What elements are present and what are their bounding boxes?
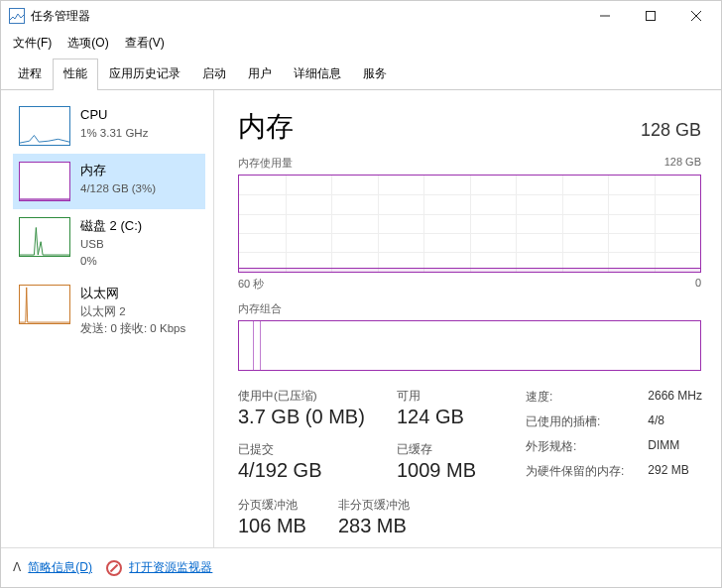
stat-label: 可用 [397,389,526,404]
sidebar-item-ethernet[interactable]: 以太网 以太网 2 发送: 0 接收: 0 Kbps [13,277,205,344]
resmon-icon [106,560,122,576]
tab-details[interactable]: 详细信息 [283,59,352,90]
fewer-details-link[interactable]: ᐱ 简略信息(D) [13,559,92,576]
chevron-up-icon: ᐱ [13,560,21,574]
usage-max: 128 GB [664,156,701,171]
sidebar-sub: 4/128 GB (3%) [80,180,156,197]
svg-rect-2 [647,12,656,21]
kv-label: 为硬件保留的内存: [526,463,626,482]
stat-value: 124 GB [397,406,526,428]
app-icon [9,8,25,24]
kv-label: 外形规格: [526,438,626,457]
disk-thumb [19,217,70,257]
sidebar-sub: 发送: 0 接收: 0 Kbps [80,320,185,337]
maximize-button[interactable] [628,1,673,31]
page-title: 内存 [238,108,294,146]
usage-label: 内存使用量 [238,156,293,171]
tabs: 进程 性能 应用历史记录 启动 用户 详细信息 服务 [1,58,721,90]
composition-label: 内存组合 [238,301,701,316]
kv-label: 速度: [526,389,626,408]
sidebar: CPU 1% 3.31 GHz 内存 4/128 GB (3%) 磁盘 2 (C… [1,90,214,547]
open-resmon-link[interactable]: 打开资源监视器 [106,559,212,576]
sidebar-sub: USB [80,236,142,253]
sidebar-label: 以太网 [80,285,185,303]
minimize-button[interactable] [582,1,628,31]
menu-options[interactable]: 选项(O) [61,33,114,54]
window-title: 任务管理器 [31,8,90,25]
memory-composition-graph [238,320,701,371]
content: CPU 1% 3.31 GHz 内存 4/128 GB (3%) 磁盘 2 (C… [1,90,721,547]
tab-performance[interactable]: 性能 [53,59,98,90]
footer: ᐱ 简略信息(D) 打开资源监视器 [1,547,721,587]
menubar: 文件(F) 选项(O) 查看(V) [1,31,721,58]
kv-value: 4/8 [648,413,704,432]
sidebar-item-memory[interactable]: 内存 4/128 GB (3%) [13,154,205,209]
sidebar-label: 内存 [80,162,156,180]
stat-label: 使用中(已压缩) [238,389,397,404]
memory-usage-graph [238,175,701,273]
kv-label: 已使用的插槽: [526,413,626,432]
stat-value: 1009 MB [397,459,526,482]
sidebar-item-disk[interactable]: 磁盘 2 (C:) USB 0% [13,209,205,277]
sidebar-label: 磁盘 2 (C:) [80,217,142,236]
sidebar-sub: 0% [80,253,142,270]
menu-file[interactable]: 文件(F) [7,33,58,54]
sidebar-item-cpu[interactable]: CPU 1% 3.31 GHz [13,98,205,154]
sidebar-label: CPU [80,106,148,125]
titlebar: 任务管理器 [1,1,721,31]
stat-value: 4/192 GB [238,459,397,482]
stat-label: 已提交 [238,442,397,457]
tab-history[interactable]: 应用历史记录 [98,59,191,90]
sidebar-sub: 以太网 2 [80,303,185,320]
memory-total: 128 GB [641,120,701,141]
sidebar-sub: 1% 3.31 GHz [80,125,148,142]
tab-users[interactable]: 用户 [237,59,283,90]
axis-right: 0 [695,277,701,292]
kv-value: 2666 MHz [648,389,704,408]
stat-value: 283 MB [338,515,410,537]
tab-startup[interactable]: 启动 [191,59,237,90]
memory-thumb [19,162,70,201]
axis-left: 60 秒 [238,277,264,292]
tab-processes[interactable]: 进程 [7,59,53,90]
stat-value: 3.7 GB (0 MB) [238,406,397,428]
close-button[interactable] [673,1,719,31]
stat-label: 已缓存 [397,442,526,457]
ethernet-thumb [19,285,70,324]
menu-view[interactable]: 查看(V) [119,33,171,54]
kv-value: DIMM [648,438,704,457]
stat-label: 分页缓冲池 [238,498,306,513]
tab-services[interactable]: 服务 [352,59,398,90]
cpu-thumb [19,106,70,146]
kv-value: 292 MB [648,463,704,482]
main-panel: 内存 128 GB 内存使用量 128 GB 60 秒 0 内存组合 [214,90,721,547]
stat-value: 106 MB [238,515,306,537]
stat-label: 非分页缓冲池 [338,498,410,513]
